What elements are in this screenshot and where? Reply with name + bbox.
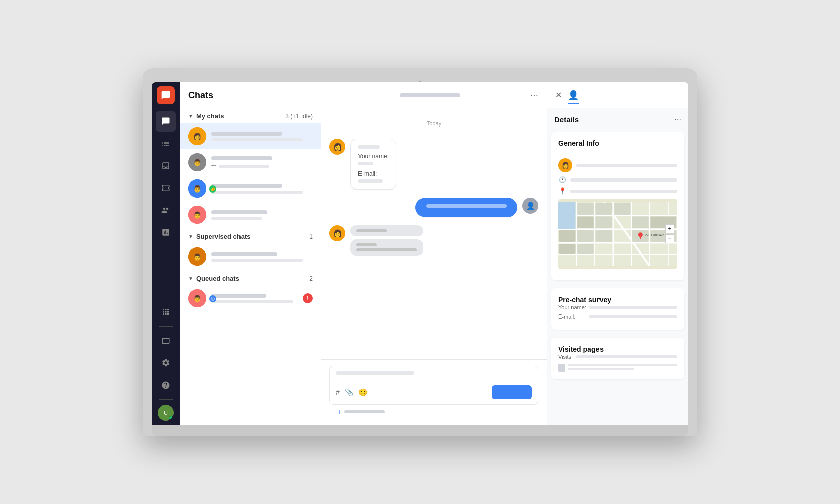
- chat-name-4: [211, 210, 267, 214]
- chat-toolbar: ⋯: [321, 82, 547, 108]
- chat-item-3[interactable]: 👨 👍: [180, 175, 321, 202]
- page-line-1-1: [568, 364, 677, 366]
- attach-icon[interactable]: 📎: [345, 388, 353, 396]
- typing-dots: •••: [211, 163, 217, 168]
- svg-text:228 Park Ave S: 228 Park Ave S: [645, 233, 667, 237]
- clock-icon: 🕐: [558, 176, 566, 183]
- supervised-chats-section-header[interactable]: ▼ Supervised chats 1: [180, 228, 321, 243]
- nav-icon-inbox[interactable]: [156, 156, 176, 176]
- svg-rect-19: [595, 230, 612, 242]
- my-chats-section-header[interactable]: ▼ My chats 3 (+1 idle): [180, 107, 321, 123]
- zoom-in-btn[interactable]: +: [665, 224, 674, 233]
- supervised-chat-content-1: [211, 252, 313, 262]
- close-icon[interactable]: ✕: [555, 90, 562, 100]
- page-line-1-2: [568, 368, 634, 370]
- app-logo[interactable]: [157, 86, 175, 104]
- supervised-chat-preview-1: [211, 259, 303, 262]
- gen-info-location-row: 📍: [558, 187, 677, 195]
- hash-icon[interactable]: #: [336, 388, 340, 396]
- gen-info-avatar: 👩: [558, 158, 572, 172]
- chat-preview-4: [211, 217, 262, 220]
- msg-avatar-visitor: 👩: [329, 139, 345, 155]
- avatar-1: 👩: [188, 127, 206, 145]
- visited-pages-title: Visited pages: [558, 345, 604, 353]
- msg-email-line: [358, 179, 383, 183]
- chat-item-4[interactable]: 👨: [180, 202, 321, 228]
- chat-more-options[interactable]: ⋯: [530, 90, 538, 100]
- nav-icon-list[interactable]: [156, 134, 176, 154]
- svg-rect-22: [632, 217, 649, 229]
- queued-chat-name-1: [211, 294, 266, 298]
- supervised-chat-name-1: [211, 252, 277, 256]
- msg-bubble-small-1: [350, 225, 423, 236]
- svg-rect-17: [559, 230, 576, 242]
- thumb-up-icon: 👍: [209, 185, 216, 193]
- small-line-2: [356, 243, 377, 246]
- svg-rect-26: [558, 202, 575, 229]
- general-info-title: General Info: [558, 139, 599, 147]
- person-icon[interactable]: 👤: [568, 90, 579, 101]
- svg-rect-21: [577, 244, 594, 254]
- plus-icon: +: [337, 408, 341, 416]
- email-label: E-mail:: [358, 170, 389, 177]
- supervised-chevron: ▼: [188, 234, 193, 239]
- chat-preview-2: [219, 165, 270, 168]
- queued-chevron: ▼: [188, 276, 193, 281]
- chat-name-2: [211, 156, 272, 160]
- page-icon-1: [558, 364, 565, 372]
- visits-label: Visits:: [558, 354, 573, 360]
- your-name-label: Your name:: [358, 153, 389, 160]
- nav-icon-help[interactable]: [156, 375, 176, 395]
- svg-rect-12: [577, 203, 594, 215]
- chat-content-1: [211, 132, 313, 141]
- nav-icon-analytics[interactable]: [156, 222, 176, 242]
- nav-icon-team[interactable]: [156, 200, 176, 220]
- nav-icon-settings[interactable]: [156, 353, 176, 373]
- chat-item-1[interactable]: 👩: [180, 123, 321, 149]
- gen-info-time-line: [570, 178, 677, 182]
- svg-rect-15: [577, 217, 594, 229]
- emoji-icon[interactable]: 🙂: [358, 388, 367, 396]
- svg-rect-14: [614, 203, 631, 215]
- chat-item-2[interactable]: 👨 •••: [180, 149, 321, 175]
- chat-preview-3: [211, 191, 303, 194]
- gen-info-name-line: [576, 164, 677, 167]
- visits-row: Visits:: [558, 354, 677, 360]
- pre-chat-email-label: E-mail:: [558, 313, 586, 320]
- pre-chat-name-label: Your name:: [558, 304, 586, 310]
- queued-chat-item-1[interactable]: 👨 ⓜ !: [180, 285, 321, 311]
- user-status-badge: [169, 416, 174, 421]
- nav-icon-apps[interactable]: [156, 302, 176, 322]
- user-avatar-nav[interactable]: U: [158, 405, 174, 421]
- pre-chat-email-row: E-mail:: [558, 313, 677, 320]
- message-bubble-form: Your name: E-mail:: [350, 139, 396, 190]
- pre-chat-name-line: [589, 306, 677, 309]
- notification-badge: !: [303, 293, 313, 303]
- avatar-2: 👨: [188, 153, 206, 171]
- nav-icon-tickets[interactable]: [156, 178, 176, 198]
- add-row-line: [344, 410, 385, 413]
- chats-panel: Chats ▼ My chats 3 (+1 idle) 👩: [180, 82, 321, 425]
- chat-messages: Today 👩 Your name: E-mail:: [321, 108, 547, 359]
- chat-content-4: [211, 210, 313, 220]
- nav-icon-chat[interactable]: [156, 111, 176, 132]
- nav-divider: [159, 326, 173, 327]
- send-button[interactable]: [492, 385, 532, 399]
- supervised-chat-item-1[interactable]: 👨: [180, 243, 321, 270]
- details-toolbar-icons: ✕ 👤: [555, 90, 579, 101]
- map-zoom-controls: + −: [665, 224, 674, 243]
- chat-add-row[interactable]: +: [329, 405, 538, 419]
- svg-rect-16: [595, 217, 612, 229]
- details-panel: ✕ 👤 Details ⋯ General Info: [547, 82, 688, 425]
- messenger-icon: ⓜ: [209, 295, 216, 302]
- chat-content-2: •••: [211, 156, 313, 168]
- zoom-out-btn[interactable]: −: [665, 234, 674, 243]
- queued-chats-section-header[interactable]: ▼ Queued chats 2: [180, 270, 321, 285]
- map-placeholder: 228 Park Ave S + −: [558, 199, 677, 269]
- details-more-options[interactable]: ⋯: [674, 116, 681, 124]
- input-text-line: [336, 371, 414, 375]
- chats-title: Chats: [188, 90, 213, 100]
- chat-input-box[interactable]: # 📎 🙂: [329, 366, 538, 405]
- pre-chat-survey-section: Pre-chat survey Your name: E-mail:: [551, 288, 684, 330]
- nav-icon-window[interactable]: [156, 331, 176, 351]
